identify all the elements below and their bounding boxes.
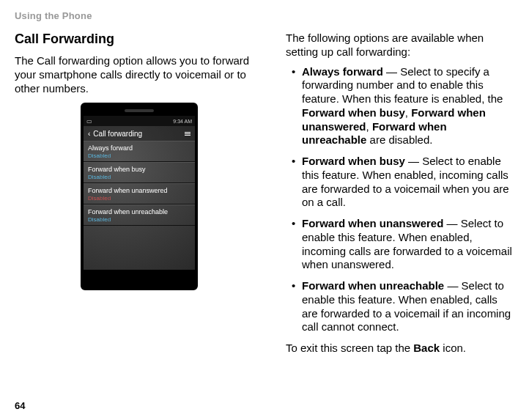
bullet-sep: , (405, 106, 411, 119)
bullet-bold: Forward when busy (302, 106, 405, 119)
row-state: Disabled (88, 216, 190, 223)
bullet-dot: • (286, 217, 302, 272)
row-label: Forward when unreachable (88, 208, 190, 215)
phone-screen: ▭ 9:34 AM ‹ Call forwarding Always forwa… (84, 116, 195, 270)
row-state: Disabled (88, 174, 190, 180)
screen-title-row: ‹ Call forwarding (84, 126, 195, 141)
section-title: Call Forwarding (15, 32, 264, 47)
menu-row-forward-unreachable: Forward when unreachable Disabled (84, 205, 195, 226)
bullet-tail: are disabled. (366, 133, 432, 146)
menu-row-always-forward: Always forward Disabled (84, 141, 195, 162)
menu-rows: Always forward Disabled Forward when bus… (84, 141, 195, 226)
status-time: 9:34 AM (173, 119, 192, 124)
bullet-dot: • (286, 155, 302, 210)
bullet-always-forward: • Always forward — Select to specify a f… (286, 65, 514, 148)
bullet-forward-unanswered: • Forward when unanswered — Select to en… (286, 217, 514, 272)
page-header-label: Using the Phone (15, 10, 514, 21)
bullet-forward-unreachable: • Forward when unreachable — Select to e… (286, 279, 514, 334)
menu-row-forward-busy: Forward when busy Disabled (84, 162, 195, 183)
bullet-lead: Forward when unreachable (302, 279, 444, 292)
signal-icon: ▭ (86, 118, 92, 125)
back-chevron-icon: ‹ (88, 130, 90, 138)
right-intro-paragraph: The following options are available when… (286, 32, 514, 59)
bullet-forward-busy: • Forward when busy — Select to enable t… (286, 155, 514, 210)
row-state: Disabled (88, 152, 190, 159)
closing-bold: Back (413, 342, 440, 354)
phone-mockup: ▭ 9:34 AM ‹ Call forwarding Always forwa… (81, 103, 198, 290)
closing-post: icon. (440, 342, 466, 354)
phone-speaker (84, 106, 195, 116)
row-label: Forward when busy (88, 166, 190, 173)
bullet-lead: Forward when busy (302, 155, 405, 167)
row-label: Forward when unanswered (88, 187, 190, 194)
bullet-dot: • (286, 65, 302, 148)
closing-pre: To exit this screen tap the (286, 342, 413, 354)
bullet-dot: • (286, 279, 302, 334)
intro-paragraph: The Call forwarding option allows you to… (15, 54, 264, 95)
status-bar: ▭ 9:34 AM (84, 116, 195, 126)
bullet-lead: Forward when unanswered (302, 217, 443, 229)
closing-paragraph: To exit this screen tap the Back icon. (286, 342, 514, 355)
screen-title: Call forwarding (93, 130, 142, 138)
bullet-sep: , (366, 120, 372, 133)
page-number: 64 (15, 400, 25, 411)
menu-row-forward-unanswered: Forward when unanswered Disabled (84, 183, 195, 205)
bullet-lead: Always forward (302, 65, 383, 78)
option-bullets: • Always forward — Select to specify a f… (286, 65, 514, 335)
menu-icon (185, 132, 190, 136)
row-state: Disabled (88, 195, 190, 202)
row-label: Always forward (88, 144, 190, 152)
